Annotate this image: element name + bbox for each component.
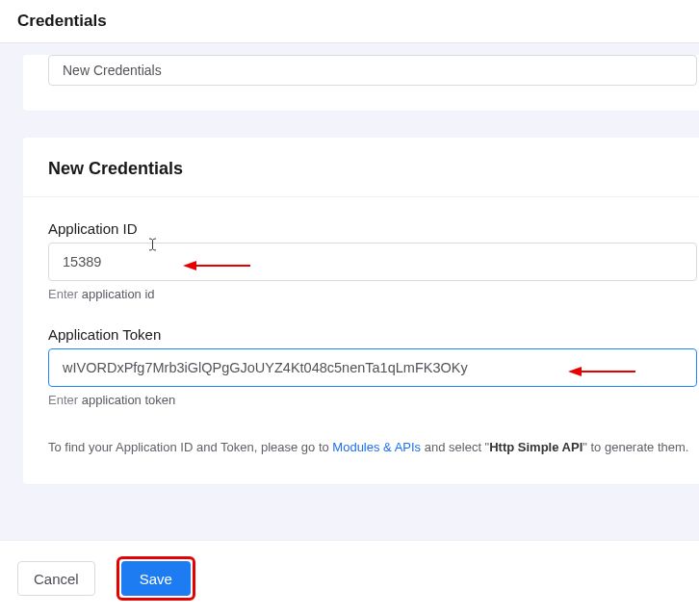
card-title-wrap: New Credentials	[23, 138, 699, 197]
page-header: Credentials	[0, 0, 699, 43]
previous-card-fragment	[23, 55, 699, 111]
cancel-button[interactable]: Cancel	[17, 561, 95, 596]
card-title: New Credentials	[48, 159, 697, 179]
application-token-hint: Enter application token	[48, 393, 697, 407]
modules-apis-link[interactable]: Modules & APIs	[332, 440, 421, 454]
info-line: To find your Application ID and Token, p…	[48, 438, 697, 457]
application-id-label: Application ID	[48, 220, 697, 237]
application-id-hint: Enter application id	[48, 287, 697, 301]
save-button[interactable]: Save	[121, 561, 191, 596]
new-credentials-card: New Credentials Application ID Enter app…	[23, 138, 699, 484]
footer-bar: Cancel Save	[0, 540, 699, 616]
application-id-input[interactable]	[48, 243, 697, 281]
previous-name-input[interactable]	[48, 55, 697, 86]
page-title: Credentials	[17, 12, 682, 31]
card-body: Application ID Enter application id Appl…	[23, 197, 699, 484]
application-token-label: Application Token	[48, 326, 697, 343]
application-token-input[interactable]	[48, 348, 697, 387]
annotation-save-highlight: Save	[116, 556, 195, 601]
